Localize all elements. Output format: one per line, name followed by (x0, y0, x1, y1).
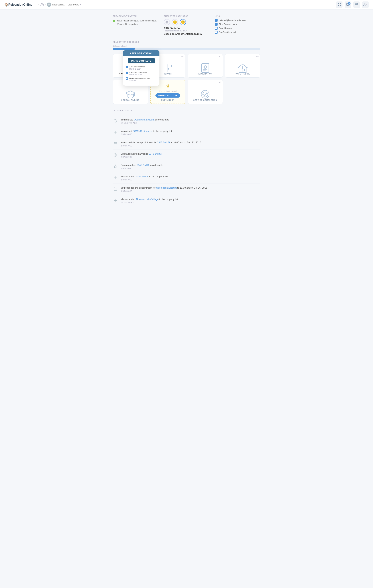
mark-complete-button[interactable]: MARK COMPLETE (128, 58, 155, 63)
dashboard-label: Dashboard (68, 3, 79, 6)
kpi-label-4: Confirm Completion (219, 31, 238, 34)
user-icon-btn[interactable]: ▼ (362, 1, 369, 8)
happiness-title: EMPLOYEE HAPPINESS (164, 15, 209, 17)
kpi-item-2: ✓ First Contact made (215, 23, 260, 26)
kpi-item-3: Sent Itinerary (215, 27, 260, 30)
users-icon (40, 3, 44, 6)
dashboard-nav[interactable]: Dashboard ▼ (68, 3, 82, 6)
activity-time-1: 12 MINUTES AGO (121, 122, 260, 124)
immigration-badge: 0/1 (219, 56, 221, 58)
activity-time-5: 2 DAYS AGO (121, 168, 260, 169)
svg-rect-19 (164, 68, 168, 70)
ao-popup-body: Area tour planned March 2, 2017 Area tou… (123, 66, 159, 85)
ao-checklist: Area tour planned March 2, 2017 Area tou… (126, 66, 157, 82)
immigration-card[interactable]: 0/1 IMMIGRATION (187, 54, 223, 78)
kpi-check-1: ✓ (215, 19, 218, 22)
activity-item-1: You marked Open bank account as complete… (113, 116, 260, 127)
kpi-check-2: ✓ (215, 23, 218, 26)
service-completion-badge: 0/5 (219, 81, 221, 84)
activity-list: You marked Open bank account as complete… (113, 116, 260, 206)
activity-link-4[interactable]: 2345 2nd St (149, 152, 161, 155)
ao-check-1 (126, 66, 128, 68)
happiness-widget: EMPLOYEE HAPPINESS ☹ 😐 😊 85% Satisfied R… (164, 15, 209, 35)
progress-pct-label: 15% completed (113, 45, 260, 47)
calendar-icon-7 (113, 186, 118, 191)
kpi-label-3: Sent Itinerary (219, 27, 232, 30)
grid-icon (338, 3, 341, 6)
activity-time-3: 2 DAYS AGO (121, 145, 260, 147)
ao-check-label-2: Area tour completed (129, 71, 147, 74)
svg-marker-32 (125, 91, 135, 95)
svg-point-37 (114, 119, 117, 122)
activity-time-6: 2 DAYS AGO (121, 179, 260, 181)
activity-link-1[interactable]: Open bank account (134, 118, 155, 121)
messages-icon-btn[interactable]: 3 (345, 1, 351, 8)
svg-rect-48 (114, 188, 117, 190)
svg-rect-5 (340, 5, 341, 6)
svg-rect-28 (241, 69, 242, 73)
svg-rect-4 (338, 5, 339, 6)
ao-check-2 (126, 72, 128, 74)
kpi-check-3 (215, 27, 218, 30)
unauthorized-content: ♛ User not authorized UPGRADE TO USE (155, 83, 180, 98)
ao-check-label-1: Area tour planned (129, 66, 145, 68)
main-content: ENGAGEMENT FACTOR™ Read most messages. S… (108, 10, 265, 212)
calendar-icon (355, 3, 358, 6)
service-completion-card[interactable]: 0/5 SERVICE COMPLETION (187, 80, 223, 104)
ao-check-date-2: March 25, 2017 (129, 74, 147, 76)
kpi-item-4: Confirm Completion (215, 31, 260, 34)
plus-icon-8 (113, 198, 118, 203)
calendar-icon-btn[interactable] (353, 1, 360, 8)
grid-icon-btn[interactable] (336, 1, 342, 8)
activity-link-8[interactable]: Almaden Lake Village (136, 198, 158, 201)
kpi-label-1: Initiated (Accepted) Service (219, 19, 246, 22)
activity-item-8: Mariah added Almaden Lake Village to the… (113, 195, 260, 206)
activity-item-3: You scheduled an appointment for 2345 2n… (113, 138, 260, 149)
chevron-down-icon: ▼ (80, 4, 82, 6)
happiness-label: Based on Area Orientation Survey (164, 32, 209, 35)
svg-rect-3 (340, 3, 341, 4)
activity-body-7: You changed the appointment for Open ban… (121, 186, 260, 192)
activity-link-2[interactable]: SOMA Residences (133, 130, 152, 132)
unauthorized-text: User not authorized (159, 90, 176, 92)
top-widgets-row: ENGAGEMENT FACTOR™ Read most messages. S… (113, 15, 260, 35)
area-orientation-popup: AREA ORIENTATION MARK COMPLETE Area tour… (123, 50, 159, 85)
svg-rect-2 (338, 3, 339, 4)
activity-text-1: You marked Open bank account as complete… (121, 118, 260, 122)
service-completion-label: SERVICE COMPLETION (193, 99, 217, 101)
svg-rect-7 (355, 4, 358, 6)
engagement-body: Read most messages. Sent 8 messages. Vie… (113, 19, 158, 26)
depart-badge: 0/1 (181, 56, 184, 58)
activity-link-6[interactable]: 2345 2nd St (136, 175, 149, 178)
activity-section: LATEST ACTIVITY You marked Open bank acc… (113, 110, 260, 206)
clock-icon-4 (113, 152, 118, 158)
header-user-group: › M Maureen D. (40, 2, 65, 7)
activity-item-6: Mariah added 2345 2nd St to the property… (113, 172, 260, 184)
face-happy: 😊 (180, 19, 186, 25)
ao-check-note-3: Selected: 2 (129, 80, 151, 82)
activity-body-1: You marked Open bank account as complete… (121, 118, 260, 124)
chevron-down-icon-user: ▼ (366, 4, 368, 5)
person-icon (363, 3, 366, 6)
activity-time-2: 2 DAYS AGO (121, 133, 260, 135)
home-finding-card[interactable]: 1/5 HOME FINDING (225, 54, 260, 78)
upgrade-button[interactable]: UPGRADE TO USE (155, 93, 180, 98)
activity-link-5[interactable]: 2345 2nd St (137, 164, 149, 167)
depart-label: DEPART (164, 73, 172, 75)
house-icon (238, 63, 248, 73)
brand-name[interactable]: RelocationOnline (8, 3, 32, 6)
cards-grid: March 2, 2017 AREA ORIENTATION AREA ORIE… (113, 54, 260, 104)
activity-link-3[interactable]: 2345 2nd St (157, 141, 170, 144)
kpis-title: KPIs (215, 15, 260, 17)
ao-popup-header: AREA ORIENTATION (123, 50, 159, 56)
user-name[interactable]: Maureen D. (52, 3, 65, 6)
header-sep: › (38, 3, 39, 6)
ao-checklist-item-3: Neighborhoods favorited Selected: 2 (126, 77, 157, 82)
activity-item-7: You changed the appointment for Open ban… (113, 184, 260, 195)
activity-link-7[interactable]: Open bank account (156, 186, 177, 189)
activity-body-4: Emma requested a visit to 2345 2nd St 2 … (121, 152, 260, 158)
activity-text-7: You changed the appointment for Open ban… (121, 186, 260, 190)
happiness-faces: ☹ 😐 😊 (164, 19, 209, 25)
svg-rect-17 (168, 65, 171, 67)
svg-point-0 (41, 3, 42, 5)
